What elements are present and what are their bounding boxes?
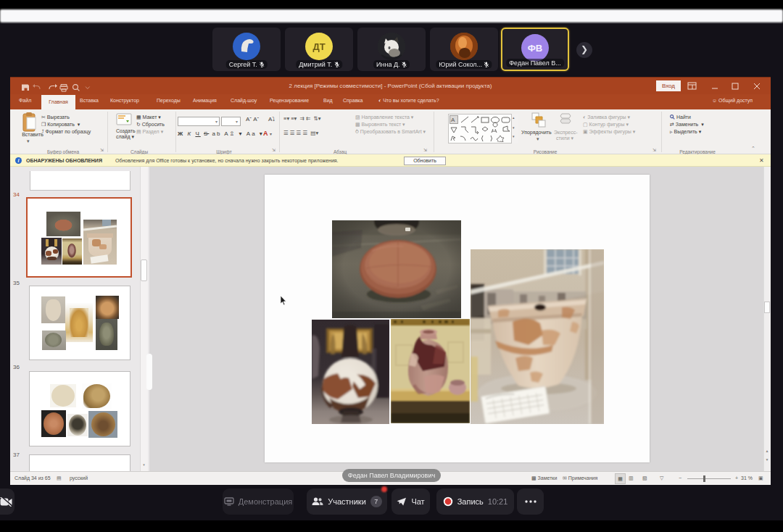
svg-text:A: A xyxy=(451,117,455,123)
